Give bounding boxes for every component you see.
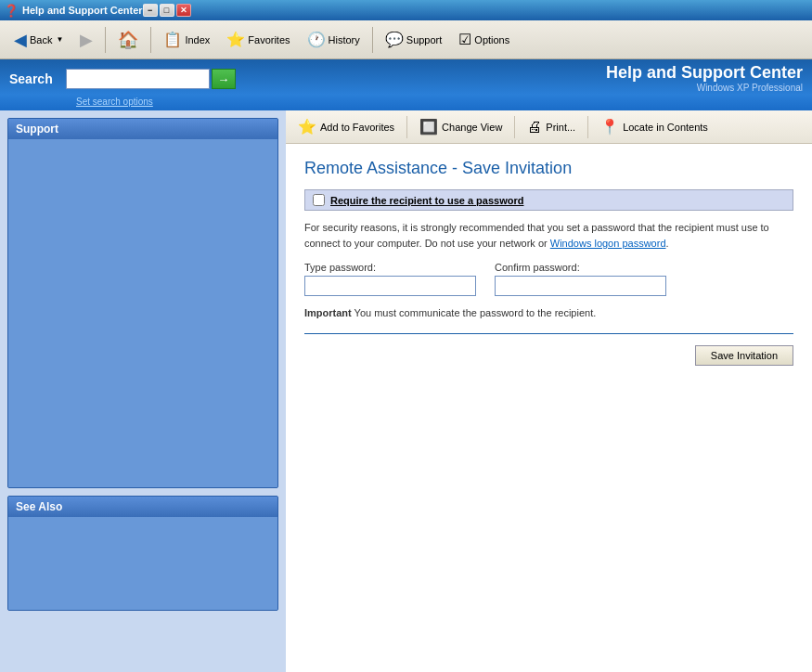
search-label: Search — [9, 71, 53, 86]
toolbar: ◀ Back ▼ ▶ 🏠 📋 Index ⭐ Favorites 🕐 Histo… — [0, 20, 812, 59]
index-label: Index — [185, 34, 210, 45]
toolbar-separator-2 — [150, 27, 151, 53]
windows-logon-link[interactable]: Windows logon password — [550, 238, 666, 249]
searchbar-wrapper: Search → Help and Support Center Windows… — [0, 59, 812, 95]
important-text: You must communicate the password to the… — [352, 307, 597, 318]
history-button[interactable]: 🕐 History — [301, 27, 367, 52]
divider-line — [304, 333, 793, 334]
seealso-header: See Also — [8, 497, 277, 517]
security-text-1: For security reasons, it is strongly rec… — [304, 222, 769, 233]
minimize-button[interactable]: − — [143, 4, 158, 17]
options-icon: ☑ — [458, 31, 471, 48]
sidebar: Support See Also — [0, 110, 286, 672]
index-icon: 📋 — [163, 31, 182, 48]
confirm-password-label: Confirm password: — [495, 262, 666, 273]
forward-icon: ▶ — [80, 30, 93, 50]
password-fields-row: Type password: Confirm password: — [304, 262, 793, 296]
type-password-input[interactable] — [304, 276, 476, 296]
save-invitation-button[interactable]: Save Invitation — [695, 345, 793, 366]
add-favorites-label: Add to Favorites — [320, 122, 394, 133]
support-label: Support — [406, 34, 443, 45]
change-view-label: Change View — [442, 122, 502, 133]
favorites-button[interactable]: ⭐ Favorites — [220, 27, 296, 52]
important-label: Important — [304, 307, 352, 318]
add-favorites-button[interactable]: ⭐ Add to Favorites — [293, 115, 399, 138]
security-text: For security reasons, it is strongly rec… — [304, 220, 793, 251]
add-favorites-icon: ⭐ — [298, 118, 316, 136]
locate-icon: 📍 — [600, 118, 619, 136]
maximize-button[interactable]: □ — [160, 4, 174, 17]
titlebar: ❓ Help and Support Center − □ ✕ — [0, 0, 812, 20]
options-label: Options — [474, 34, 509, 45]
content-separator-2 — [514, 116, 515, 138]
back-button[interactable]: ◀ Back ▼ — [7, 26, 70, 54]
support-section: Support — [7, 118, 278, 488]
content-body: Remote Assistance - Save Invitation Requ… — [286, 144, 812, 672]
content-toolbar: ⭐ Add to Favorites 🔲 Change View 🖨 Print… — [286, 110, 812, 144]
back-icon: ◀ — [14, 30, 27, 50]
support-body — [8, 139, 277, 487]
set-search-options-link[interactable]: Set search options — [76, 97, 153, 107]
type-password-label: Type password: — [304, 262, 476, 273]
searchbar-left: Search → — [9, 69, 236, 89]
seealso-body — [8, 517, 277, 610]
home-button[interactable]: 🏠 — [111, 26, 145, 54]
change-view-icon: 🔲 — [419, 118, 438, 136]
locate-label: Locate in Contents — [623, 122, 708, 133]
content-area: ⭐ Add to Favorites 🔲 Change View 🖨 Print… — [286, 110, 812, 672]
security-text-2: connect to your computer. Do not use you… — [304, 238, 548, 249]
main-layout: Support See Also ⭐ Add to Favorites 🔲 Ch… — [0, 110, 812, 672]
home-icon: 🏠 — [118, 30, 138, 50]
toolbar-separator-3 — [372, 27, 373, 53]
confirm-password-input[interactable] — [495, 276, 666, 296]
search-go-button[interactable]: → — [212, 69, 236, 89]
history-icon: 🕐 — [307, 31, 326, 48]
support-icon: 💬 — [385, 31, 404, 48]
content-separator-3 — [587, 116, 588, 138]
forward-button[interactable]: ▶ — [73, 26, 99, 54]
close-button[interactable]: ✕ — [176, 4, 191, 17]
app-subtitle: Windows XP Professional — [606, 83, 803, 93]
app-title: Help and Support Center — [606, 63, 803, 83]
history-label: History — [329, 34, 360, 45]
search-input[interactable] — [66, 69, 210, 89]
favorites-label: Favorites — [248, 34, 290, 45]
search-input-wrapper: → — [66, 69, 236, 89]
app-icon: ❓ — [4, 4, 19, 18]
print-button[interactable]: 🖨 Print... — [522, 116, 580, 138]
confirm-password-group: Confirm password: — [495, 262, 666, 296]
searchbar: Search → Help and Support Center Windows… — [9, 63, 803, 95]
save-button-row: Save Invitation — [304, 345, 793, 366]
locate-button[interactable]: 📍 Locate in Contents — [596, 115, 713, 138]
type-password-group: Type password: — [304, 262, 476, 296]
titlebar-title: Help and Support Center — [22, 5, 143, 16]
appname-area: Help and Support Center Windows XP Profe… — [606, 63, 803, 95]
content-separator-1 — [406, 116, 407, 138]
support-header: Support — [8, 119, 277, 139]
page-title: Remote Assistance - Save Invitation — [304, 159, 793, 178]
toolbar-separator-1 — [105, 27, 106, 53]
important-row: Important You must communicate the passw… — [304, 307, 793, 318]
favorites-icon: ⭐ — [226, 31, 245, 48]
password-checkbox-row: Require the recipient to use a password — [304, 189, 793, 211]
security-text-3: . — [666, 238, 669, 249]
options-button[interactable]: ☑ Options — [452, 27, 516, 52]
print-icon: 🖨 — [527, 119, 542, 136]
titlebar-buttons: − □ ✕ — [143, 4, 191, 17]
support-button[interactable]: 💬 Support — [379, 27, 449, 52]
require-password-label[interactable]: Require the recipient to use a password — [330, 195, 523, 206]
require-password-checkbox[interactable] — [313, 194, 325, 206]
print-label: Print... — [546, 122, 575, 133]
seealso-section: See Also — [7, 496, 278, 611]
back-label: Back — [30, 34, 52, 45]
index-button[interactable]: 📋 Index — [157, 27, 216, 52]
search-options-row: Set search options — [0, 95, 812, 110]
back-dropdown-icon[interactable]: ▼ — [56, 35, 63, 44]
change-view-button[interactable]: 🔲 Change View — [415, 115, 507, 138]
